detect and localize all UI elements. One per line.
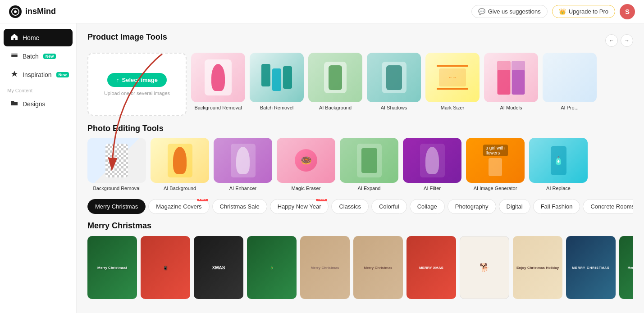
tab-classics[interactable]: Classics (331, 199, 368, 214)
photo-tool-magic-eraser[interactable]: 🍩 Magic Eraser (277, 138, 335, 191)
logo-text: insMind (25, 7, 56, 16)
tool-ai-shadows-image (367, 53, 421, 102)
gallery-card-1[interactable]: Merry Christmas! (87, 236, 137, 299)
gallery-card-5[interactable]: Merry Christmas (300, 236, 350, 299)
tool-mark-sizer-label: Mark Sizer (441, 105, 465, 110)
photo-ai-imggen-img: a girl with flowers (466, 138, 525, 183)
logo: insMind (9, 5, 56, 18)
sidebar-item-home[interactable]: Home (4, 29, 73, 46)
tool-card-bg-removal[interactable]: Background Removal (191, 53, 245, 110)
category-tabs: Merry Christmas Magazine Covers Hot Chri… (87, 199, 633, 214)
product-tools-nav: ← → (605, 34, 633, 47)
photo-tool-ai-filter[interactable]: AI Filter (403, 138, 461, 191)
photo-magic-eraser-img: 🍩 (277, 138, 335, 183)
gallery-card-6[interactable]: Merry Christmas (353, 236, 403, 299)
photo-tools-section: Photo Editing Tools Background Removal (87, 124, 633, 191)
sidebar-item-batch[interactable]: Batch New (4, 47, 73, 65)
gallery-card-10[interactable]: MERRY CHRISTMAS (566, 236, 616, 299)
tool-card-mark-sizer[interactable]: ←→ Mark Sizer (425, 53, 480, 110)
tool-ai-models-label: AI Models (500, 105, 522, 110)
product-tools-prev[interactable]: ← (605, 34, 618, 47)
photo-ai-bg-img (151, 138, 209, 183)
tool-ai-pro-label: AI Pro... (561, 105, 579, 110)
photo-tools-title: Photo Editing Tools (87, 124, 164, 133)
photo-ai-filter-img (403, 138, 461, 183)
product-tools-row: ↑ Select image Upload one or several ima… (87, 53, 633, 116)
select-image-button[interactable]: ↑ Select image (107, 73, 167, 87)
tab-concrete-rooms[interactable]: Concrete Rooms (583, 199, 633, 214)
sidebar-item-designs[interactable]: Designs (4, 95, 73, 113)
photo-bg-removal-img (87, 138, 146, 183)
tool-ai-shadows-label: AI Shadows (381, 105, 407, 110)
suggest-button[interactable]: 💬 Give us suggestions (471, 5, 548, 18)
tool-card-ai-pro[interactable]: AI Pro... (543, 53, 597, 110)
tab-digital[interactable]: Digital (499, 199, 530, 214)
svg-rect-2 (11, 54, 18, 54)
upgrade-button[interactable]: 👑 Upgrade to Pro (552, 5, 615, 18)
inspiration-badge: New (56, 72, 69, 77)
photo-tool-ai-enhancer[interactable]: AI Enhancer (214, 138, 272, 191)
photo-tool-ai-expand[interactable]: AI Expand (340, 138, 398, 191)
batch-badge: New (43, 54, 56, 59)
photo-ai-replace-img: 🧴 (529, 138, 588, 183)
photo-magic-eraser-label: Magic Eraser (292, 186, 321, 191)
tab-merry-christmas[interactable]: Merry Christmas (87, 199, 146, 214)
gallery-section: Merry Christmas Merry Christmas! 📱 (87, 221, 633, 299)
gallery-row: Merry Christmas! 📱 XMAS (87, 236, 633, 299)
gallery-card-8[interactable]: 🐕 (460, 236, 509, 299)
tool-ai-background-image (308, 53, 362, 102)
gallery-card-4[interactable]: 🎄 (247, 236, 297, 299)
photo-ai-expand-label: AI Expand (358, 186, 381, 191)
photo-bg-removal-label: Background Removal (93, 186, 140, 191)
avatar[interactable]: S (620, 4, 635, 19)
tab-magazine-covers[interactable]: Magazine Covers Hot (148, 199, 209, 214)
top-nav: insMind 💬 Give us suggestions 👑 Upgrade … (0, 0, 644, 23)
tool-card-ai-background[interactable]: AI Background (308, 53, 362, 110)
photo-ai-enhancer-label: AI Enhancer (229, 186, 257, 191)
sidebar-designs-label: Designs (23, 100, 46, 108)
tool-bg-removal-label: Background Removal (194, 105, 242, 110)
photo-tool-ai-replace[interactable]: 🧴 AI Replace (529, 138, 588, 191)
gallery-card-11[interactable]: Merry Christmas 2024 (619, 236, 633, 299)
tool-card-batch-removal[interactable]: Batch Removel (250, 53, 304, 110)
tab-happy-new-year[interactable]: Happy New Year Hot (270, 199, 329, 214)
product-tools-next[interactable]: → (621, 34, 633, 47)
tab-christmas-sale[interactable]: Christmas Sale (212, 199, 267, 214)
gallery-card-7[interactable]: MERRY XMAS (406, 236, 456, 299)
tab-colorful[interactable]: Colorful (371, 199, 407, 214)
gallery-card-3[interactable]: XMAS (194, 236, 243, 299)
gallery-card-2[interactable]: 📱 (141, 236, 190, 299)
product-tools-header: Product Image Tools ← → (87, 32, 633, 48)
logo-icon (9, 5, 22, 18)
tool-mark-sizer-image: ←→ (425, 53, 480, 102)
magazine-hot-badge: Hot (197, 199, 208, 201)
gallery-card-9[interactable]: Enjoy Christmas Holiday (513, 236, 562, 299)
sidebar-item-inspiration[interactable]: Inspiration New (4, 66, 73, 83)
tool-batch-removal-label: Batch Removel (260, 105, 294, 110)
photo-ai-expand-img (340, 138, 398, 183)
tab-fall-fashion[interactable]: Fall Fashion (533, 199, 580, 214)
svg-point-1 (14, 10, 17, 13)
upload-card[interactable]: ↑ Select image Upload one or several ima… (87, 53, 187, 116)
tool-ai-pro-image (543, 53, 597, 102)
tab-collage[interactable]: Collage (410, 199, 445, 214)
sidebar-inspiration-label: Inspiration (23, 71, 52, 78)
photo-ai-filter-label: AI Filter (424, 186, 441, 191)
sidebar-batch-label: Batch (23, 53, 39, 60)
photo-tool-ai-imggen[interactable]: a girl with flowers AI Image Generator (466, 138, 525, 191)
tool-bg-removal-image (191, 53, 245, 102)
tool-card-ai-shadows[interactable]: AI Shadows (367, 53, 421, 110)
sidebar-home-label: Home (23, 34, 39, 41)
tool-ai-background-label: AI Background (319, 105, 352, 110)
photo-tool-ai-bg[interactable]: AI Background (151, 138, 209, 191)
tab-photography[interactable]: Photography (448, 199, 496, 214)
photo-ai-replace-label: AI Replace (546, 186, 571, 191)
photo-tool-bg-removal[interactable]: Background Removal (87, 138, 146, 191)
photo-ai-bg-label: AI Background (164, 186, 196, 191)
tool-batch-removal-image (250, 53, 304, 102)
my-content-label: My Content (0, 84, 76, 94)
tool-card-ai-models[interactable]: AI Models (484, 53, 538, 110)
photo-ai-imggen-label: AI Image Generator (474, 186, 517, 191)
main-content: Product Image Tools ← → ↑ Select image U… (77, 23, 644, 313)
product-tools-title: Product Image Tools (87, 32, 167, 42)
